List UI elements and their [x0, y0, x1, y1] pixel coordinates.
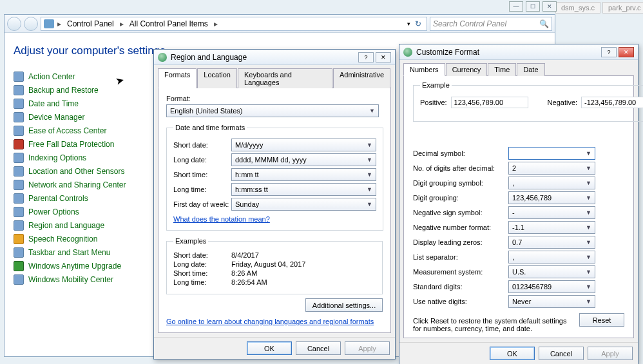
customize-format-dialog: Customize Format ? ✕ Numbers Currency Ti…	[399, 44, 638, 364]
cp-item[interactable]: Device Manager	[14, 112, 126, 122]
cp-item[interactable]: Speech Recognition	[14, 234, 126, 244]
cp-item-label: Windows Mobility Center	[28, 275, 113, 284]
online-link[interactable]: Go online to learn about changing langua…	[166, 318, 374, 325]
cp-item[interactable]: Ease of Access Center	[14, 126, 126, 136]
crumb-item[interactable]: Control Panel	[64, 19, 117, 28]
grouping-symbol-select[interactable]: ,▼	[508, 177, 595, 189]
leading-zeros-select[interactable]: 0.7▼	[508, 236, 595, 249]
address-bar: Control Panel All Control Panel Items ▾↻…	[5, 15, 555, 33]
notation-link[interactable]: What does the notation mean?	[173, 215, 270, 223]
cp-item-icon	[14, 207, 24, 217]
cp-item[interactable]: Location and Other Sensors	[14, 166, 126, 177]
negative-sign-select[interactable]: -▼	[508, 206, 595, 219]
cp-item[interactable]: Region and Language	[14, 220, 126, 231]
cp-item-icon	[14, 126, 24, 136]
cp-item[interactable]: Free Fall Data Protection	[14, 139, 126, 149]
cp-item[interactable]: Windows Mobility Center	[14, 274, 126, 285]
bg-tab: park_prv.c	[602, 2, 643, 14]
first-day-select[interactable]: Sunday▼	[231, 198, 376, 211]
dialog-close-button[interactable]: ✕	[619, 47, 634, 57]
window-controls: — ☐ ✕	[509, 1, 557, 12]
globe-icon	[403, 48, 412, 57]
long-date-select[interactable]: dddd, MMMM dd, yyyy▼	[231, 153, 376, 166]
tab-bar: Formats Location Keyboards and Languages…	[154, 65, 395, 88]
format-select[interactable]: English (United States)▼	[166, 104, 379, 117]
cp-item-icon	[14, 247, 24, 258]
control-panel-icon	[44, 19, 54, 28]
tab-keyboards[interactable]: Keyboards and Languages	[238, 68, 332, 88]
cp-item-icon	[14, 220, 24, 231]
cp-item-icon	[14, 193, 24, 204]
minimize-button[interactable]: —	[509, 1, 523, 12]
example-short-date: 8/4/2017	[231, 251, 259, 259]
region-language-dialog: Region and Language ? ✕ Formats Location…	[153, 49, 396, 359]
cp-item-icon	[14, 234, 24, 244]
cancel-button[interactable]: Cancel	[539, 347, 584, 360]
ok-button[interactable]: OK	[247, 341, 292, 355]
standard-digits-select[interactable]: 0123456789▼	[508, 280, 595, 293]
ok-button[interactable]: OK	[490, 347, 535, 360]
cp-item-icon	[14, 139, 24, 149]
cp-item[interactable]: Action Center	[14, 72, 126, 82]
long-time-select[interactable]: h:mm:ss tt▼	[231, 183, 376, 196]
refresh-icon[interactable]: ↻	[412, 19, 424, 28]
measurement-select[interactable]: U.S.▼	[508, 265, 595, 278]
cp-item[interactable]: Taskbar and Start Menu	[14, 247, 126, 258]
short-date-select[interactable]: M/d/yyyy▼	[231, 139, 376, 151]
cp-item[interactable]: Indexing Options	[14, 153, 126, 163]
search-input[interactable]: Search Control Panel 🔍	[430, 17, 552, 31]
digits-after-select[interactable]: 2▼	[508, 162, 595, 175]
crumb-item[interactable]: All Control Panel Items	[127, 19, 211, 28]
apply-button[interactable]: Apply	[588, 347, 633, 360]
cp-item[interactable]: Network and Sharing Center	[14, 180, 126, 190]
tab-bar: Numbers Currency Time Date	[399, 60, 638, 75]
close-button[interactable]: ✕	[542, 1, 557, 12]
digit-grouping-select[interactable]: 123,456,789▼	[508, 191, 595, 204]
reset-button[interactable]: Reset	[579, 313, 624, 327]
cp-item-label: Speech Recognition	[28, 235, 97, 244]
cp-item-icon	[14, 274, 24, 285]
search-icon: 🔍	[539, 19, 549, 28]
cancel-button[interactable]: Cancel	[296, 341, 341, 355]
list-separator-select[interactable]: ,▼	[508, 251, 595, 263]
dialog-close-button[interactable]: ✕	[376, 52, 391, 62]
cp-item[interactable]: Windows Anytime Upgrade	[14, 261, 126, 271]
help-button[interactable]: ?	[358, 52, 374, 62]
reset-hint: Click Reset to restore the system defaul…	[413, 317, 573, 332]
tab-location[interactable]: Location	[197, 68, 237, 88]
nav-forward-button[interactable]	[24, 17, 38, 31]
decimal-symbol-select[interactable]: ▼	[508, 147, 595, 160]
nav-back-button[interactable]	[7, 17, 21, 31]
negative-example: -123,456,789.00	[581, 97, 643, 108]
breadcrumb[interactable]: Control Panel All Control Panel Items ▾↻	[41, 17, 427, 31]
tab-date[interactable]: Date	[517, 63, 544, 76]
cp-item-label: Device Manager	[28, 113, 84, 122]
dialog-title: Region and Language	[171, 53, 247, 62]
apply-button[interactable]: Apply	[345, 341, 390, 355]
tab-numbers[interactable]: Numbers	[403, 63, 445, 76]
cp-item-label: Free Fall Data Protection	[28, 140, 114, 149]
native-digits-select[interactable]: Never▼	[508, 295, 595, 308]
bg-tab: dsm_sys.c	[555, 2, 600, 14]
tab-currency[interactable]: Currency	[446, 63, 488, 76]
cp-item[interactable]: Backup and Restore	[14, 85, 126, 95]
tab-administrative[interactable]: Administrative	[333, 68, 390, 88]
cp-item-label: Indexing Options	[28, 153, 86, 162]
tab-formats[interactable]: Formats	[158, 68, 197, 88]
cp-item-label: Network and Sharing Center	[28, 180, 126, 189]
date-time-formats-group: Date and time formats Short date: M/d/yy…	[166, 124, 383, 231]
cp-item[interactable]: Date and Time	[14, 99, 126, 109]
maximize-button[interactable]: ☐	[526, 1, 540, 12]
additional-settings-button[interactable]: Additional settings...	[305, 298, 383, 312]
cp-item-label: Backup and Restore	[28, 86, 99, 95]
dialog-button-bar: OK Cancel Apply	[154, 337, 395, 359]
cp-item-icon	[14, 112, 24, 122]
cp-item[interactable]: Parental Controls	[14, 193, 126, 204]
short-time-select[interactable]: h:mm tt▼	[231, 168, 376, 181]
cp-item[interactable]: Power Options	[14, 207, 126, 217]
tab-time[interactable]: Time	[488, 63, 516, 76]
help-button[interactable]: ?	[601, 47, 617, 57]
dialog-titlebar: Region and Language ? ✕	[154, 50, 395, 65]
cp-item-label: Windows Anytime Upgrade	[28, 262, 121, 271]
negative-format-select[interactable]: -1.1▼	[508, 221, 595, 234]
